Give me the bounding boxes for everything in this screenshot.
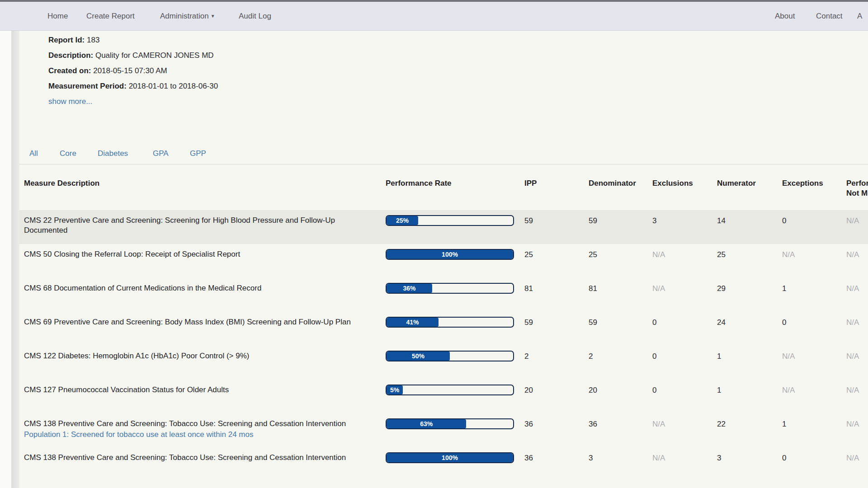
- report-description-line: Description: Quality for CAMERON JONES M…: [48, 48, 218, 63]
- performance-rate-label: 25%: [396, 217, 409, 224]
- performance-rate-fill: 100%: [387, 453, 513, 462]
- measure-description-cell: CMS 138 Preventive Care and Screening: T…: [19, 413, 386, 447]
- performance-rate-cell: 100%: [386, 447, 524, 481]
- denominator-value: 59: [589, 318, 597, 327]
- table-row: CMS 22 Preventive Care and Screening: Sc…: [19, 210, 868, 244]
- nav-item-home[interactable]: Home: [47, 2, 68, 31]
- created-on-value: 2018-05-15 07:30 AM: [93, 66, 167, 75]
- measure-description: CMS 69 Preventive Care and Screening: Bo…: [24, 318, 351, 326]
- nav-item-contact[interactable]: Contact: [816, 2, 843, 31]
- ipp-value: 81: [524, 284, 533, 293]
- top-navbar: Home Create Report Administration▼ Audit…: [0, 2, 868, 31]
- measure-description-cell: CMS 138 Preventive Care and Screening: T…: [19, 447, 386, 481]
- measure-description-cell: CMS 68 Documentation of Current Medicati…: [19, 278, 386, 312]
- nav-item-clipped[interactable]: A: [857, 2, 862, 31]
- measure-description-cell: CMS 127 Pneumococcal Vaccination Status …: [19, 380, 386, 413]
- tab-gpa[interactable]: GPA: [153, 149, 169, 158]
- performance-rate-label: 50%: [412, 353, 425, 359]
- show-more-link[interactable]: show more...: [48, 97, 92, 106]
- exclusions-value: N/A: [652, 284, 665, 293]
- exceptions-value: 0: [782, 454, 786, 462]
- measure-description: CMS 127 Pneumococcal Vaccination Status …: [24, 385, 229, 394]
- performance-rate-fill: 5%: [387, 385, 403, 394]
- header-ipp: IPP: [524, 178, 589, 198]
- nav-item-administration[interactable]: Administration▼: [160, 2, 215, 31]
- performance-rate-fill: 41%: [387, 318, 439, 327]
- measure-description: CMS 138 Preventive Care and Screening: T…: [24, 453, 346, 462]
- ipp-value: 36: [524, 454, 533, 462]
- performance-not-met-value: N/A: [846, 386, 859, 394]
- measure-description-cell: CMS 50 Closing the Referral Loop: Receip…: [19, 244, 386, 278]
- nav-item-audit-log[interactable]: Audit Log: [239, 2, 271, 31]
- numerator-value: 25: [717, 250, 726, 259]
- performance-not-met-value: N/A: [846, 420, 859, 428]
- tab-all[interactable]: All: [29, 149, 38, 158]
- header-performance-not-met-label: Performance Not Met: [846, 178, 868, 198]
- left-gutter-divider: [11, 31, 19, 488]
- performance-rate-label: 36%: [403, 285, 415, 291]
- exceptions-value: N/A: [782, 386, 795, 394]
- table-row: CMS 138 Preventive Care and Screening: T…: [19, 413, 868, 447]
- header-numerator: Numerator: [717, 178, 782, 198]
- performance-rate-bar: 41%: [386, 317, 514, 328]
- numerator-value: 14: [717, 216, 726, 225]
- nav-item-create-report[interactable]: Create Report: [86, 2, 135, 31]
- header-exceptions: Exceptions: [782, 178, 846, 198]
- performance-not-met-value: N/A: [846, 216, 859, 225]
- denominator-value: 81: [589, 284, 597, 293]
- performance-rate-cell: 5%: [386, 380, 524, 413]
- numerator-value: 22: [717, 420, 726, 428]
- performance-rate-fill: 25%: [387, 216, 418, 225]
- performance-rate-bar: 63%: [386, 418, 514, 429]
- exceptions-value: N/A: [782, 352, 795, 361]
- performance-rate-bar: 5%: [386, 385, 514, 395]
- exclusions-value: 3: [652, 216, 656, 225]
- exclusions-value: 0: [652, 318, 656, 327]
- performance-rate-cell: 25%: [386, 210, 524, 244]
- numerator-value: 1: [717, 386, 721, 394]
- measure-description-cell: CMS 69 Preventive Care and Screening: Bo…: [19, 312, 386, 346]
- measure-description: CMS 68 Documentation of Current Medicati…: [24, 284, 261, 292]
- header-exclusions: Exclusions: [652, 178, 717, 198]
- ipp-value: 25: [524, 250, 533, 259]
- exclusions-value: 0: [652, 352, 656, 361]
- exclusions-value: N/A: [652, 250, 665, 259]
- caret-down-icon: ▼: [211, 14, 215, 19]
- population-link[interactable]: Population 1: Screened for tobacco use a…: [24, 430, 370, 440]
- exclusions-value: 0: [652, 386, 656, 394]
- measurement-period-label: Measurement Period:: [48, 82, 127, 90]
- performance-rate-cell: 100%: [386, 244, 524, 278]
- measure-description-cell: CMS 122 Diabetes: Hemoglobin A1c (HbA1c)…: [19, 346, 386, 380]
- tab-gpp[interactable]: GPP: [190, 149, 206, 158]
- table-row: CMS 122 Diabetes: Hemoglobin A1c (HbA1c)…: [19, 346, 868, 380]
- ipp-value: 20: [524, 386, 533, 394]
- denominator-value: 3: [589, 454, 593, 462]
- report-id-label: Report Id:: [48, 36, 85, 44]
- performance-rate-fill: 63%: [387, 419, 466, 428]
- performance-rate-fill: 100%: [387, 250, 513, 259]
- tab-core[interactable]: Core: [60, 149, 76, 158]
- performance-not-met-value: N/A: [846, 284, 859, 293]
- exceptions-value: 0: [782, 318, 786, 327]
- exclusions-value: N/A: [652, 454, 665, 462]
- performance-not-met-value: N/A: [846, 352, 859, 361]
- table-row: CMS 127 Pneumococcal Vaccination Status …: [19, 380, 868, 413]
- denominator-value: 36: [589, 420, 597, 428]
- description-value: Quality for CAMERON JONES MD: [95, 51, 214, 60]
- nav-item-about[interactable]: About: [775, 2, 795, 31]
- performance-rate-bar: 50%: [386, 351, 514, 361]
- header-performance-rate: Performance Rate: [386, 178, 524, 198]
- exceptions-value: 0: [782, 216, 786, 225]
- performance-rate-label: 100%: [442, 251, 458, 258]
- performance-not-met-value: N/A: [846, 250, 859, 259]
- exclusions-value: N/A: [652, 420, 665, 428]
- exceptions-value: 1: [782, 284, 786, 293]
- denominator-value: 59: [589, 216, 597, 225]
- nav-item-administration-label: Administration: [160, 12, 209, 20]
- ipp-value: 59: [524, 216, 533, 225]
- performance-rate-label: 63%: [420, 421, 433, 427]
- tab-diabetes[interactable]: Diabetes: [98, 149, 128, 158]
- ipp-value: 2: [524, 352, 528, 361]
- report-id-value: 183: [87, 36, 99, 44]
- description-label: Description:: [48, 51, 93, 60]
